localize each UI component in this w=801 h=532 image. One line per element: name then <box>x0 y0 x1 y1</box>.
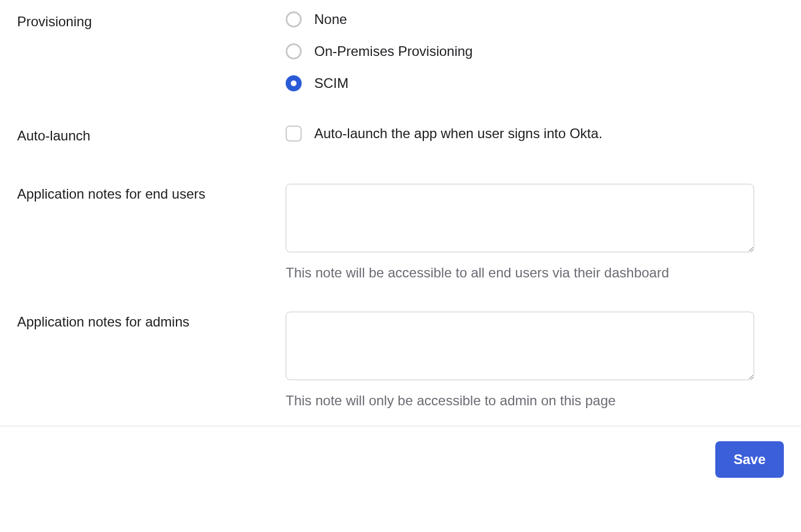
notes-end-users-label: Application notes for end users <box>17 186 206 201</box>
radio-icon <box>286 11 302 27</box>
app-settings-form: Provisioning None On-Premises Provisioni… <box>0 0 801 409</box>
auto-launch-checkbox[interactable]: Auto-launch the app when user signs into… <box>286 126 755 142</box>
provisioning-row: Provisioning None On-Premises Provisioni… <box>17 11 784 91</box>
notes-admins-control-col: This note will only be accessible to adm… <box>286 312 784 409</box>
auto-launch-row: Auto-launch Auto-launch the app when use… <box>17 126 784 144</box>
notes-end-users-label-col: Application notes for end users <box>17 184 286 202</box>
radio-label: None <box>314 11 347 27</box>
notes-end-users-row: Application notes for end users This not… <box>17 184 784 281</box>
notes-end-users-control-col: This note will be accessible to all end … <box>286 184 784 281</box>
checkbox-icon <box>286 126 302 142</box>
auto-launch-label-col: Auto-launch <box>17 126 286 144</box>
radio-label: SCIM <box>314 75 349 91</box>
provisioning-control-col: None On-Premises Provisioning SCIM <box>286 11 784 91</box>
provisioning-label: Provisioning <box>17 14 92 29</box>
notes-admins-label-col: Application notes for admins <box>17 312 286 330</box>
notes-admins-row: Application notes for admins This note w… <box>17 312 784 409</box>
radio-icon-selected <box>286 75 302 91</box>
auto-launch-label: Auto-launch <box>17 128 90 143</box>
provisioning-label-col: Provisioning <box>17 11 286 30</box>
provisioning-radio-onprem[interactable]: On-Premises Provisioning <box>286 43 755 59</box>
provisioning-radio-group: None On-Premises Provisioning SCIM <box>286 11 755 91</box>
footer-bar: Save <box>0 426 801 493</box>
save-button[interactable]: Save <box>715 441 784 478</box>
auto-launch-control-col: Auto-launch the app when user signs into… <box>286 126 784 142</box>
provisioning-radio-scim[interactable]: SCIM <box>286 75 755 91</box>
radio-label: On-Premises Provisioning <box>314 43 472 59</box>
notes-admins-label: Application notes for admins <box>17 314 190 329</box>
notes-admins-help: This note will only be accessible to adm… <box>286 393 755 409</box>
notes-end-users-help: This note will be accessible to all end … <box>286 265 755 281</box>
radio-icon <box>286 43 302 59</box>
notes-end-users-textarea[interactable] <box>286 184 754 252</box>
provisioning-radio-none[interactable]: None <box>286 11 755 27</box>
checkbox-label: Auto-launch the app when user signs into… <box>314 126 602 142</box>
notes-admins-textarea[interactable] <box>286 312 754 380</box>
